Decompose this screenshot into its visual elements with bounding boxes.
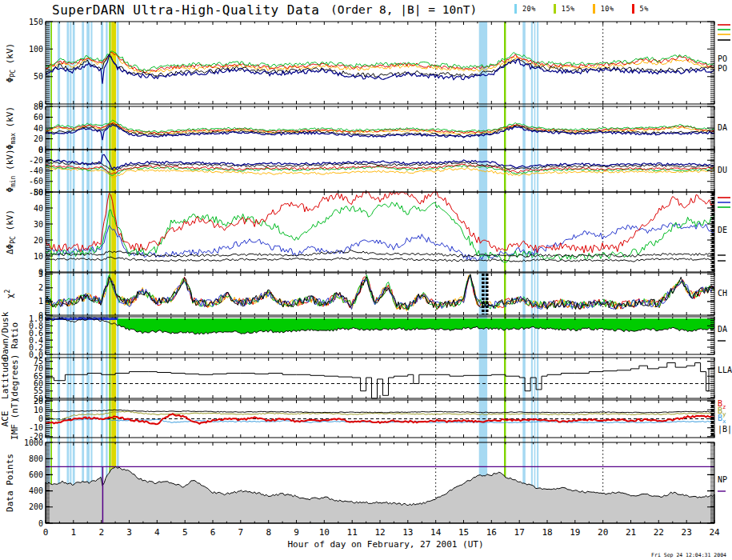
y-tick-label: 30 bbox=[34, 220, 43, 229]
right-edge-label: PO bbox=[718, 54, 727, 63]
x-tick-label: 15 bbox=[458, 527, 469, 538]
superdarn-page: SuperDARN Ultra-High-Quality Data (Order… bbox=[0, 0, 732, 560]
hour-ticks bbox=[46, 358, 714, 398]
minor-y-ticks bbox=[46, 359, 714, 398]
x-tick-label: 6 bbox=[210, 527, 216, 538]
y-tick-label: -10 bbox=[29, 423, 43, 432]
major-y-ticks bbox=[46, 106, 714, 150]
y-tick-label: -20 bbox=[29, 156, 43, 165]
x-tick-label: 2 bbox=[98, 527, 104, 538]
x-tick-label: 22 bbox=[654, 527, 664, 538]
right-edge-label: DA bbox=[718, 123, 727, 132]
y-tick-label: 50 bbox=[34, 72, 43, 81]
y-tick-label: 0 bbox=[38, 519, 43, 528]
y-tick-label: -60 bbox=[29, 177, 43, 186]
series-delta-black-lower bbox=[46, 257, 714, 262]
y-axis-title: Φmax (kV) bbox=[5, 106, 17, 150]
y-tick-label: 40 bbox=[34, 204, 43, 213]
hour-ticks bbox=[46, 106, 714, 150]
panel-border bbox=[46, 106, 714, 150]
right-edge-label: PO bbox=[718, 64, 727, 73]
x-tick-label: 17 bbox=[514, 527, 525, 538]
x-tick-label: 0 bbox=[43, 527, 49, 538]
y-tick-label: 400 bbox=[29, 486, 43, 495]
series-chi-black bbox=[46, 274, 714, 310]
y-tick-label: 10 bbox=[34, 252, 43, 261]
series-delta-green bbox=[46, 202, 714, 262]
y-tick-label: 10 bbox=[34, 406, 43, 414]
series-delta-blue bbox=[46, 222, 714, 261]
x-axis: 0123456789101112131415161718192021222324… bbox=[43, 527, 726, 558]
y-tick-label: 200 bbox=[29, 502, 43, 511]
right-edge-label: DA bbox=[718, 325, 727, 334]
hour-ticks bbox=[46, 150, 714, 192]
series-n-data-points bbox=[46, 466, 714, 523]
y-tick-label: 20 bbox=[34, 134, 43, 143]
x-tick-label: 7 bbox=[238, 527, 243, 538]
x-tick-label: 10 bbox=[319, 527, 330, 538]
panel-dawndusk: 0.00.20.40.60.81.0Dawn/DuskRatioDA bbox=[0, 311, 727, 359]
y-tick-label: 1.0 bbox=[29, 314, 43, 323]
series-imf-bz bbox=[46, 414, 714, 424]
y-axis-title: IMF (nT) bbox=[10, 398, 20, 440]
y-tick-label: 80 bbox=[34, 102, 43, 111]
y-tick-label: 40 bbox=[34, 124, 43, 133]
x-tick-label: 11 bbox=[347, 527, 358, 538]
y-axis-title: ΔΦPC (kV) bbox=[5, 210, 17, 254]
series-min-10pct bbox=[46, 167, 714, 178]
y-tick-label: 75 bbox=[34, 357, 43, 366]
y-tick-label: 3 bbox=[38, 270, 43, 278]
y-axis-title: (degrees) bbox=[10, 354, 20, 402]
x-tick-label: 4 bbox=[154, 527, 160, 538]
y-tick-label: 20 bbox=[34, 397, 43, 406]
x-tick-label: 1 bbox=[70, 527, 76, 538]
right-edge-label: CH bbox=[718, 289, 727, 298]
y-tick-label: 150 bbox=[29, 18, 43, 26]
right-edge-label: DE bbox=[718, 226, 727, 234]
y-tick-label: -40 bbox=[29, 166, 43, 175]
x-tick-label: 12 bbox=[374, 527, 385, 538]
y-axis-title: ΦPC (kV) bbox=[5, 43, 17, 82]
y-axis-title: Φmin (kV) bbox=[5, 149, 17, 192]
y-tick-label: 0 bbox=[38, 146, 43, 154]
y-tick-label: 800 bbox=[29, 454, 43, 463]
x-tick-label: 13 bbox=[402, 527, 413, 538]
right-edge-label: |B| bbox=[718, 425, 732, 434]
x-tick-label: 14 bbox=[430, 527, 442, 538]
panel-border bbox=[46, 150, 714, 192]
y-tick-label: 2 bbox=[38, 283, 43, 292]
right-edge-label: NP bbox=[718, 475, 727, 484]
superdarn-plot: 050100150ΦPC (kV)POPO020406080Φmax (kV)D… bbox=[0, 0, 732, 560]
x-tick-label: 20 bbox=[598, 527, 608, 538]
series-chi-green bbox=[46, 275, 714, 310]
x-tick-label: 9 bbox=[294, 527, 299, 538]
x-tick-label: 19 bbox=[570, 527, 580, 538]
major-y-ticks bbox=[46, 150, 714, 192]
generated-timestamp: Fri Sep 24 12:04:31 2004 bbox=[651, 552, 726, 558]
y-tick-label: 600 bbox=[29, 470, 43, 479]
x-tick-label: 21 bbox=[626, 527, 636, 538]
major-y-ticks bbox=[46, 362, 714, 398]
x-tick-label: 8 bbox=[266, 527, 271, 538]
x-tick-label: 23 bbox=[682, 527, 692, 538]
x-tick-label: 24 bbox=[709, 527, 720, 538]
y-tick-label: 1 bbox=[38, 297, 43, 306]
right-edge-label: LLA bbox=[718, 366, 732, 374]
y-tick-label: 20 bbox=[34, 236, 43, 245]
minor-y-ticks bbox=[46, 108, 714, 148]
y-tick-label: 50 bbox=[34, 188, 43, 197]
y-tick-label: 0 bbox=[38, 414, 43, 423]
y-axis-title: χ2 bbox=[4, 290, 15, 299]
panel-border bbox=[46, 358, 714, 398]
right-edge-label: DU bbox=[718, 166, 727, 174]
x-tick-label: 16 bbox=[486, 527, 497, 538]
minor-y-ticks bbox=[46, 194, 714, 270]
y-tick-label: 60 bbox=[34, 113, 43, 122]
y-axis-title: Data Points bbox=[5, 454, 15, 512]
y-axis-title: Ratio bbox=[10, 322, 20, 349]
x-axis-title: Hour of day on February, 27 2001 (UT) bbox=[287, 539, 483, 550]
series-imf-btotal bbox=[46, 410, 714, 413]
x-tick-label: 5 bbox=[182, 527, 188, 538]
series-lower-lat-boundary bbox=[46, 363, 714, 399]
x-tick-label: 18 bbox=[542, 527, 552, 538]
